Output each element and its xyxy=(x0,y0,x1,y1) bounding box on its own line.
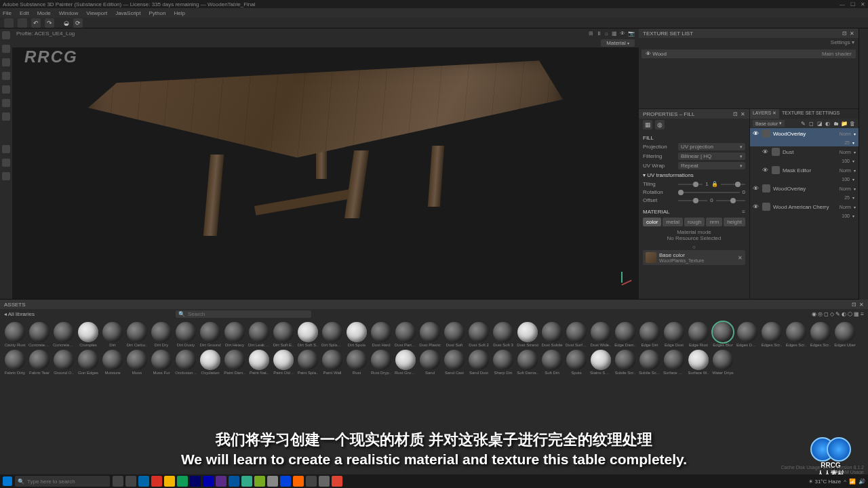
layer-opacity[interactable]: 100 xyxy=(836,214,850,218)
view-gizmo[interactable] xyxy=(612,272,632,292)
grid-view-icon[interactable]: ▦ xyxy=(854,311,859,317)
material-dropdown[interactable]: Material ▾ xyxy=(601,39,635,47)
taskbar-app-icon[interactable] xyxy=(241,476,252,487)
taskbar-app-icon[interactable] xyxy=(229,476,239,487)
layer-visibility-icon[interactable]: 👁 xyxy=(753,130,760,137)
taskbar-app-icon[interactable] xyxy=(125,476,136,487)
taskbar-app-icon[interactable] xyxy=(306,476,317,487)
asset-item[interactable]: Gun Edges xyxy=(77,350,99,375)
layer-visibility-icon[interactable]: 👁 xyxy=(753,203,760,210)
asset-item[interactable]: Dirt Soft E.. xyxy=(273,322,294,347)
asset-item[interactable]: Dirt Dry xyxy=(151,322,172,347)
env-icon[interactable]: ☼ xyxy=(604,30,609,37)
asset-item[interactable]: Dirt Soft S.. xyxy=(297,322,319,347)
quick-mask-tool[interactable] xyxy=(2,145,10,153)
asset-item[interactable]: Paint Old .. xyxy=(273,350,294,375)
start-button[interactable] xyxy=(3,476,12,486)
taskbar-app-icon[interactable] xyxy=(254,476,265,487)
filter-icon[interactable]: ◉ xyxy=(812,311,816,317)
layer-blend-mode[interactable]: Norm xyxy=(840,168,851,173)
taskbar-app-icon[interactable] xyxy=(190,476,201,487)
asset-item[interactable]: Dirt Heavy xyxy=(224,322,245,347)
menu-help[interactable]: Help xyxy=(174,10,184,16)
asset-item[interactable]: Fabric Dirty xyxy=(4,350,26,375)
asset-item[interactable]: Dust Soft 2 xyxy=(468,322,490,347)
asset-item[interactable]: Dust Partic.. xyxy=(395,322,416,347)
material-picker-tool[interactable] xyxy=(2,113,10,121)
layer-visibility-icon[interactable]: 👁 xyxy=(762,167,769,174)
asset-item[interactable]: Edges Scr.. xyxy=(761,322,783,347)
layer-item[interactable]: 👁 Dust Norm▾ xyxy=(750,146,859,157)
panel-undock-icon[interactable]: ⊡ xyxy=(852,302,856,308)
asset-item[interactable]: Sand xyxy=(419,350,441,375)
taskbar-app-icon[interactable] xyxy=(151,476,162,487)
taskbar-app-icon[interactable] xyxy=(267,476,278,487)
asset-item[interactable]: Dust Wide.. xyxy=(590,322,612,347)
weather-widget[interactable]: ☀ 31°C Haze xyxy=(808,479,841,485)
layer-opacity[interactable]: 100 xyxy=(836,159,850,163)
asset-item[interactable]: Dirt Ground xyxy=(199,322,221,347)
reload-icon[interactable]: ⟳ xyxy=(73,18,83,28)
redo-icon[interactable]: ↷ xyxy=(45,18,54,28)
projection-tool[interactable] xyxy=(2,58,10,66)
asset-item[interactable]: Oxydation xyxy=(199,350,221,375)
asset-item[interactable]: Dust Subtle xyxy=(541,322,563,347)
material-toggle-height[interactable]: height xyxy=(724,218,745,226)
projection-dropdown[interactable]: UV projection xyxy=(678,143,745,150)
add-adj-icon[interactable]: ◐ xyxy=(825,120,831,127)
asset-item[interactable]: Dust Soft 3 xyxy=(492,322,514,347)
tray-volume-icon[interactable]: 🔊 xyxy=(859,479,865,485)
asset-item[interactable]: Sand Cast xyxy=(443,350,465,375)
add-fill-icon[interactable]: ◪ xyxy=(816,120,823,127)
layer-opacity[interactable]: 25 xyxy=(836,195,850,200)
layer-visibility-icon[interactable]: 👁 xyxy=(762,148,769,155)
symmetry-tool[interactable] xyxy=(2,172,10,180)
layer-blend-mode[interactable]: Norm xyxy=(840,131,851,136)
asset-item[interactable]: Moss Fur xyxy=(151,350,172,375)
asset-item[interactable]: Crumples xyxy=(77,322,99,347)
asset-item[interactable]: Rust Ground xyxy=(395,350,416,375)
fill-mode-icon[interactable]: ▦ xyxy=(643,120,652,129)
library-filter-dropdown[interactable]: ◂ All libraries xyxy=(4,311,35,317)
asset-item[interactable]: Subtle Scr.. xyxy=(614,350,636,375)
material-menu-icon[interactable]: ≡ xyxy=(742,209,745,215)
layer-item[interactable]: 👁 Mask Editor Norm▾ xyxy=(750,165,859,176)
channel-dropdown[interactable]: Base color xyxy=(753,120,785,127)
polyfill-tool[interactable] xyxy=(2,72,10,80)
assets-search-input[interactable] xyxy=(188,311,309,317)
pause-icon[interactable]: ⏸ xyxy=(596,30,601,37)
new-icon[interactable] xyxy=(4,18,14,28)
tray-chevron-icon[interactable]: ^ xyxy=(844,479,846,485)
taskbar-app-icon[interactable] xyxy=(164,476,175,487)
asset-item[interactable]: Edges Blur xyxy=(712,322,734,347)
view-icon[interactable]: 👁 xyxy=(620,30,625,37)
menu-viewport[interactable]: Viewport xyxy=(86,10,107,16)
color-profile[interactable]: Profile: ACES_UE4_Log xyxy=(16,30,75,37)
tray-wifi-icon[interactable]: 📶 xyxy=(849,479,856,485)
undo-icon[interactable]: ↶ xyxy=(31,18,41,28)
folder-icon[interactable]: 📁 xyxy=(841,120,848,127)
asset-item[interactable]: Ground O.. xyxy=(53,350,75,375)
layer-item[interactable]: 👁 WoodOverlay Norm▾ xyxy=(750,128,859,139)
delete-icon[interactable]: 🗑 xyxy=(849,120,856,127)
layer-blend-mode[interactable]: Norm xyxy=(840,186,851,191)
filter-icon[interactable]: ◐ xyxy=(842,311,846,317)
wireframe-icon[interactable]: ▦ xyxy=(612,30,617,37)
layer-blend-mode[interactable]: Norm xyxy=(840,150,851,155)
taskbar-app-icon[interactable] xyxy=(203,476,214,487)
layer-item[interactable]: 👁 WoodOverlay Norm▾ xyxy=(750,183,859,194)
camera-mode-icon[interactable]: ⊞ xyxy=(589,30,593,37)
panel-undock-icon[interactable]: ⊡ xyxy=(733,111,738,117)
asset-item[interactable]: Subtle Sca.. xyxy=(639,350,660,375)
taskbar-app-icon[interactable] xyxy=(138,476,149,487)
asset-item[interactable]: Dirt Leak Dry xyxy=(248,322,270,347)
asset-item[interactable]: Stains Smo.. xyxy=(590,350,612,375)
asset-item[interactable]: Dirt Splashes xyxy=(321,322,343,347)
rotation-slider[interactable] xyxy=(678,192,740,193)
save-icon[interactable] xyxy=(18,18,27,28)
asset-item[interactable]: Water Drips xyxy=(712,350,734,375)
menu-python[interactable]: Python xyxy=(149,10,166,16)
asset-item[interactable]: Cavity Rust xyxy=(4,322,26,347)
asset-item[interactable]: Sand Dust xyxy=(468,350,490,375)
asset-item[interactable]: Rust xyxy=(346,350,368,375)
